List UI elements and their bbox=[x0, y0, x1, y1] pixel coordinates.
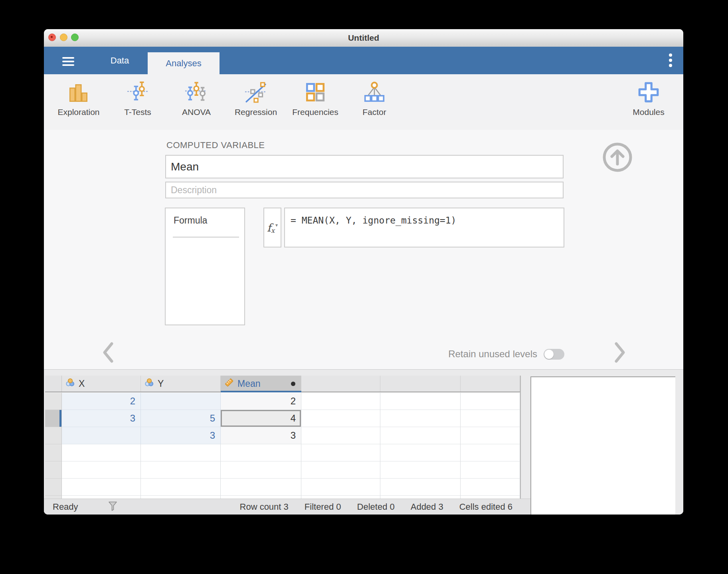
nominal-variable-icon bbox=[66, 378, 75, 389]
cell-y[interactable] bbox=[141, 393, 221, 410]
toggle-knob bbox=[544, 350, 554, 359]
retain-unused-levels-toggle[interactable] bbox=[544, 349, 564, 360]
cell-y[interactable] bbox=[141, 479, 221, 496]
kebab-menu-icon[interactable] bbox=[666, 52, 675, 70]
toolbar-button-ttests[interactable]: T-Tests bbox=[108, 81, 168, 125]
column-header-mean[interactable]: Mean bbox=[221, 376, 301, 392]
cell-empty[interactable] bbox=[301, 410, 380, 427]
toolbar-button-anova[interactable]: ANOVA bbox=[166, 81, 226, 125]
column-header-empty[interactable] bbox=[461, 376, 520, 392]
variable-name-input[interactable] bbox=[165, 155, 564, 178]
cell-empty[interactable] bbox=[301, 461, 380, 479]
cell-empty[interactable] bbox=[461, 479, 520, 496]
collapse-editor-button[interactable] bbox=[601, 141, 634, 174]
hamburger-menu-icon[interactable] bbox=[62, 57, 74, 66]
titlebar: Untitled bbox=[44, 29, 683, 47]
computed-variable-ruler-icon bbox=[225, 378, 233, 389]
cell-empty[interactable] bbox=[301, 479, 380, 496]
cell-empty[interactable] bbox=[461, 410, 520, 427]
cell-empty[interactable] bbox=[461, 461, 520, 479]
cell-empty[interactable] bbox=[301, 444, 380, 461]
cell-empty[interactable] bbox=[380, 444, 461, 461]
cell-y[interactable]: 3 bbox=[141, 427, 221, 444]
cell-mean[interactable]: 2 bbox=[221, 393, 301, 410]
toolbar-button-factor[interactable]: Factor bbox=[344, 81, 404, 125]
cell-y[interactable]: 5 bbox=[141, 410, 221, 427]
cell-x[interactable]: 2 bbox=[62, 393, 141, 410]
cell-mean[interactable] bbox=[221, 444, 301, 461]
toolbar-label: Regression bbox=[226, 107, 286, 117]
bar-chart-icon bbox=[49, 81, 109, 104]
cell-empty[interactable] bbox=[380, 427, 461, 444]
cell-mean[interactable] bbox=[221, 461, 301, 479]
divider bbox=[173, 237, 239, 238]
cell-empty[interactable] bbox=[461, 444, 520, 461]
app-window: Untitled Data Analyses Exploration bbox=[44, 29, 683, 515]
cell-x[interactable] bbox=[62, 444, 141, 461]
results-panel bbox=[530, 376, 675, 515]
column-header-y[interactable]: Y bbox=[141, 376, 221, 392]
toolbar-button-frequencies[interactable]: Frequencies bbox=[285, 81, 345, 125]
cell-x[interactable] bbox=[62, 461, 141, 479]
cell-mean[interactable]: 4 bbox=[221, 410, 301, 427]
cell-x[interactable]: 3 bbox=[62, 410, 141, 427]
formula-panel-label: Formula bbox=[174, 215, 207, 226]
cell-empty[interactable] bbox=[301, 427, 380, 444]
row-number-gutter[interactable] bbox=[45, 444, 62, 461]
column-name: Mean bbox=[237, 378, 261, 389]
row-number-gutter[interactable] bbox=[45, 479, 62, 496]
row-number-gutter[interactable] bbox=[45, 461, 62, 479]
regression-line-icon bbox=[226, 81, 286, 104]
cell-empty[interactable] bbox=[380, 496, 461, 499]
t-test-plot-icon bbox=[108, 81, 168, 104]
nominal-variable-icon bbox=[145, 378, 154, 389]
factor-tree-icon bbox=[344, 81, 404, 104]
cell-x[interactable] bbox=[62, 427, 141, 444]
cell-mean[interactable] bbox=[221, 496, 301, 499]
filter-funnel-icon[interactable] bbox=[107, 501, 118, 514]
status-stat: Deleted 0 bbox=[357, 502, 395, 512]
cell-mean[interactable]: 3 bbox=[221, 427, 301, 444]
cell-empty[interactable] bbox=[380, 393, 461, 410]
column-header-empty[interactable] bbox=[301, 376, 380, 392]
function-picker-button[interactable]: fx ▾ bbox=[263, 208, 281, 247]
cell-y[interactable] bbox=[141, 496, 221, 499]
cell-x[interactable] bbox=[62, 479, 141, 496]
row-number-gutter[interactable] bbox=[45, 410, 62, 427]
cell-x[interactable] bbox=[62, 496, 141, 499]
tab-analyses[interactable]: Analyses bbox=[148, 52, 220, 74]
row-number-gutter[interactable] bbox=[45, 393, 62, 410]
cell-empty[interactable] bbox=[461, 427, 520, 444]
cell-y[interactable] bbox=[141, 444, 221, 461]
toolbar-label: Exploration bbox=[49, 107, 109, 117]
cell-y[interactable] bbox=[141, 461, 221, 479]
formula-input[interactable]: = MEAN(X, Y, ignore_missing=1) bbox=[284, 208, 564, 247]
computed-variable-editor: COMPUTED VARIABLE Formula fx ▾ = MEAN(X,… bbox=[44, 130, 683, 369]
toolbar-button-modules[interactable]: Modules bbox=[619, 81, 679, 125]
cell-empty[interactable] bbox=[380, 410, 461, 427]
cell-mean[interactable] bbox=[221, 479, 301, 496]
cell-empty[interactable] bbox=[380, 479, 461, 496]
row-number-gutter[interactable] bbox=[45, 427, 62, 444]
next-variable-button[interactable] bbox=[611, 340, 628, 366]
window-title: Untitled bbox=[44, 29, 683, 46]
row-number-gutter[interactable] bbox=[45, 496, 62, 499]
tab-data[interactable]: Data bbox=[84, 47, 156, 74]
cell-empty[interactable] bbox=[301, 393, 380, 410]
spreadsheet-grid: X Y bbox=[45, 376, 520, 499]
fx-icon: f bbox=[267, 222, 271, 234]
toolbar-label: T-Tests bbox=[108, 107, 168, 117]
cell-empty[interactable] bbox=[380, 461, 461, 479]
variable-description-input[interactable] bbox=[165, 182, 564, 198]
column-header-empty[interactable] bbox=[380, 376, 461, 392]
column-header-x[interactable]: X bbox=[62, 376, 141, 392]
toolbar-button-regression[interactable]: Regression bbox=[226, 81, 286, 125]
status-stat: Added 3 bbox=[411, 502, 443, 512]
toolbar-label: Factor bbox=[344, 107, 404, 117]
cell-empty[interactable] bbox=[301, 496, 380, 499]
previous-variable-button[interactable] bbox=[100, 340, 117, 366]
cell-empty[interactable] bbox=[461, 496, 520, 499]
toolbar-button-exploration[interactable]: Exploration bbox=[49, 81, 109, 125]
grid-corner-cell bbox=[45, 376, 62, 392]
cell-empty[interactable] bbox=[461, 393, 520, 410]
